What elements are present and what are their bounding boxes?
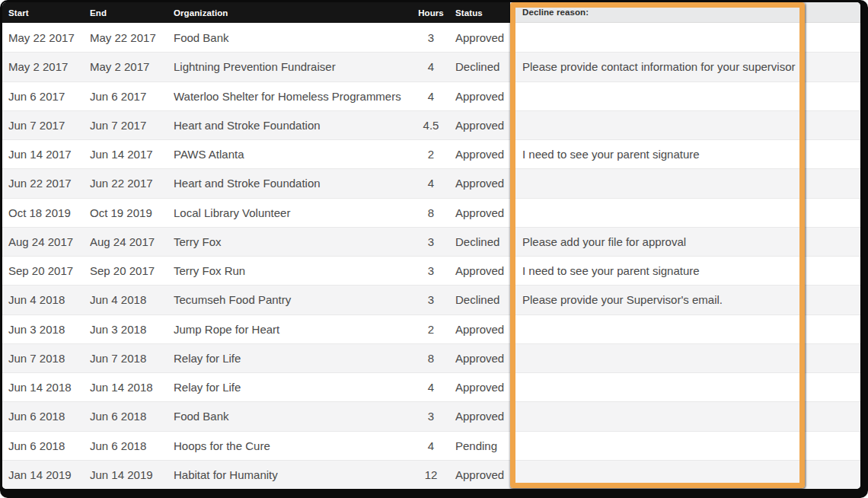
- cell-status: Approved: [452, 257, 510, 285]
- cell-decline-reason: [510, 402, 860, 430]
- table-row: Oct 18 2019Oct 19 2019Local Library Volu…: [2, 198, 860, 227]
- cell-status: Approved: [452, 373, 510, 401]
- cell-end: Jun 6 2018: [90, 432, 174, 460]
- cell-organization: Food Bank: [174, 402, 410, 430]
- table-row: May 2 2017May 2 2017Lightning Prevention…: [2, 52, 860, 81]
- cell-start: Jun 7 2017: [2, 111, 90, 139]
- cell-organization: Local Library Volunteer: [174, 199, 410, 227]
- cell-end: Jun 14 2017: [90, 140, 174, 168]
- column-header-start: Start: [2, 2, 90, 23]
- cell-status: Approved: [452, 23, 510, 52]
- cell-status: Approved: [452, 169, 510, 197]
- table-row: Jun 14 2017Jun 14 2017PAWS Atlanta2Appro…: [2, 139, 860, 168]
- cell-status: Declined: [452, 53, 510, 81]
- table-row: Sep 20 2017Sep 20 2017Terry Fox Run3Appr…: [2, 256, 860, 285]
- cell-end: Jun 7 2018: [90, 344, 174, 372]
- cell-start: Jan 14 2019: [2, 461, 90, 489]
- cell-status: Approved: [452, 402, 510, 430]
- table-header-dark-section: Start End Organization Hours Status: [2, 2, 510, 23]
- cell-hours: 4: [410, 169, 452, 197]
- cell-end: Jun 14 2018: [90, 373, 174, 401]
- cell-start: Jun 6 2018: [2, 432, 90, 460]
- cell-start: Jun 3 2018: [2, 315, 90, 343]
- cell-organization: Waterloo Shelter for Homeless Programmer…: [174, 82, 410, 110]
- cell-decline-reason: [510, 111, 860, 139]
- cell-end: Jun 14 2019: [90, 461, 174, 489]
- cell-decline-reason: [510, 199, 860, 227]
- cell-status: Approved: [452, 461, 510, 489]
- cell-start: May 22 2017: [2, 23, 90, 52]
- cell-end: Jun 6 2017: [90, 82, 174, 110]
- column-header-decline-reason: Decline reason:: [510, 2, 860, 23]
- cell-status: Approved: [452, 199, 510, 227]
- cell-organization: Terry Fox Run: [174, 257, 410, 285]
- cell-hours: 4: [410, 432, 452, 460]
- table-row: Jan 14 2019Jun 14 2019Habitat for Humani…: [2, 460, 860, 489]
- table-row: Jun 7 2017Jun 7 2017Heart and Stroke Fou…: [2, 110, 860, 139]
- cell-organization: Heart and Stroke Foundation: [174, 169, 410, 197]
- cell-hours: 3: [410, 228, 452, 256]
- cell-organization: Habitat for Humanity: [174, 461, 410, 489]
- cell-hours: 8: [410, 344, 452, 372]
- cell-organization: Relay for Life: [174, 344, 410, 372]
- cell-decline-reason: I need to see your parent signature: [510, 140, 860, 168]
- cell-decline-reason: Please add your file for approval: [510, 228, 860, 256]
- cell-end: Jun 3 2018: [90, 315, 174, 343]
- cell-decline-reason: [510, 461, 860, 489]
- cell-end: Jun 6 2018: [90, 402, 174, 430]
- table-row: Jun 6 2018Jun 6 2018Food Bank3Approved: [2, 401, 860, 430]
- table-row: Jun 14 2018Jun 14 2018Relay for Life4App…: [2, 372, 860, 401]
- cell-start: Jun 6 2017: [2, 82, 90, 110]
- cell-start: Jun 4 2018: [2, 286, 90, 314]
- column-header-organization: Organization: [174, 2, 410, 23]
- cell-status: Approved: [452, 140, 510, 168]
- cell-organization: Heart and Stroke Foundation: [174, 111, 410, 139]
- cell-start: Jun 7 2018: [2, 344, 90, 372]
- cell-decline-reason: [510, 315, 860, 343]
- screenshot-frame: Start End Organization Hours Status Decl…: [0, 0, 868, 498]
- cell-decline-reason: [510, 373, 860, 401]
- cell-hours: 3: [410, 286, 452, 314]
- cell-status: Approved: [452, 111, 510, 139]
- cell-decline-reason: Please provide your Supervisor's email.: [510, 286, 860, 314]
- cell-status: Approved: [452, 344, 510, 372]
- table-row: Jun 22 2017Jun 22 2017Heart and Stroke F…: [2, 168, 860, 197]
- cell-start: Oct 18 2019: [2, 199, 90, 227]
- cell-start: Jun 14 2017: [2, 140, 90, 168]
- cell-start: Jun 14 2018: [2, 373, 90, 401]
- cell-decline-reason: [510, 344, 860, 372]
- cell-end: May 2 2017: [90, 53, 174, 81]
- table-row: Jun 3 2018Jun 3 2018Jump Rope for Heart2…: [2, 314, 860, 343]
- cell-decline-reason: [510, 432, 860, 460]
- cell-end: Sep 20 2017: [90, 257, 174, 285]
- cell-hours: 3: [410, 23, 452, 52]
- cell-start: Jun 6 2018: [2, 402, 90, 430]
- cell-decline-reason: [510, 23, 860, 52]
- cell-organization: Relay for Life: [174, 373, 410, 401]
- column-header-status: Status: [452, 2, 510, 23]
- column-header-end: End: [90, 2, 174, 23]
- cell-end: Oct 19 2019: [90, 199, 174, 227]
- table-row: Jun 7 2018Jun 7 2018Relay for Life8Appro…: [2, 343, 860, 372]
- cell-hours: 4: [410, 53, 452, 81]
- cell-status: Approved: [452, 315, 510, 343]
- table-row: May 22 2017May 22 2017Food Bank3Approved: [2, 23, 860, 52]
- cell-hours: 2: [410, 315, 452, 343]
- cell-status: Pending: [452, 432, 510, 460]
- cell-organization: Jump Rope for Heart: [174, 315, 410, 343]
- cell-hours: 4.5: [410, 111, 452, 139]
- cell-status: Declined: [452, 286, 510, 314]
- cell-hours: 4: [410, 82, 452, 110]
- table-row: Aug 24 2017Aug 24 2017Terry Fox3Declined…: [2, 227, 860, 256]
- cell-start: Jun 22 2017: [2, 169, 90, 197]
- cell-organization: Terry Fox: [174, 228, 410, 256]
- table-row: Jun 6 2018Jun 6 2018Hoops for the Cure4P…: [2, 431, 860, 460]
- cell-end: Jun 4 2018: [90, 286, 174, 314]
- cell-start: Aug 24 2017: [2, 228, 90, 256]
- cell-organization: Hoops for the Cure: [174, 432, 410, 460]
- cell-end: Aug 24 2017: [90, 228, 174, 256]
- cell-end: May 22 2017: [90, 23, 174, 52]
- column-header-hours: Hours: [410, 2, 452, 23]
- cell-end: Jun 7 2017: [90, 111, 174, 139]
- cell-hours: 2: [410, 140, 452, 168]
